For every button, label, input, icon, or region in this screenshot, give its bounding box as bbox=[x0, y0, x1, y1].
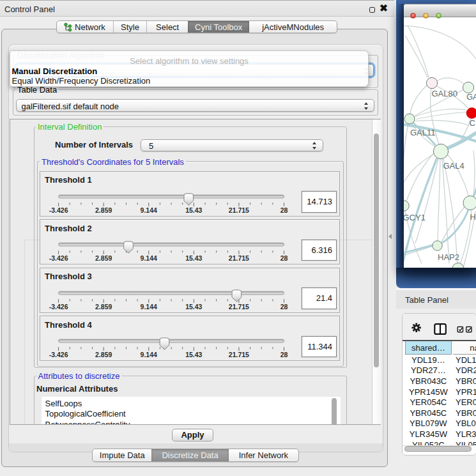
svg-text:28: 28 bbox=[280, 351, 288, 358]
svg-text:28: 28 bbox=[280, 254, 288, 262]
svg-text:15.43: 15.43 bbox=[185, 254, 202, 262]
svg-text:15.43: 15.43 bbox=[185, 303, 202, 311]
svg-text:2.859: 2.859 bbox=[95, 254, 112, 262]
svg-text:2.859: 2.859 bbox=[95, 303, 112, 311]
svg-text:28: 28 bbox=[280, 303, 288, 311]
svg-text:21.715: 21.715 bbox=[229, 254, 249, 262]
svg-text:GCY1: GCY1 bbox=[404, 213, 426, 222]
svg-text:GA: GA bbox=[466, 91, 476, 101]
svg-text:2.859: 2.859 bbox=[95, 351, 112, 358]
svg-text:-3.426: -3.426 bbox=[49, 206, 68, 214]
svg-text:GAL11: GAL11 bbox=[410, 128, 436, 137]
svg-text:21.715: 21.715 bbox=[229, 206, 249, 214]
svg-text:C: C bbox=[470, 118, 475, 128]
svg-text:15.43: 15.43 bbox=[185, 351, 202, 358]
svg-text:-3.426: -3.426 bbox=[49, 303, 68, 311]
svg-text:9.144: 9.144 bbox=[141, 254, 157, 262]
svg-text:GAL80: GAL80 bbox=[432, 89, 457, 98]
svg-text:9.144: 9.144 bbox=[141, 303, 157, 311]
svg-text:-3.426: -3.426 bbox=[49, 254, 68, 262]
svg-text:HAP2: HAP2 bbox=[438, 252, 459, 261]
svg-text:GAL4: GAL4 bbox=[443, 160, 464, 170]
svg-text:9.144: 9.144 bbox=[141, 206, 157, 214]
svg-text:H: H bbox=[470, 212, 476, 222]
svg-text:9.144: 9.144 bbox=[141, 351, 157, 358]
svg-text:28: 28 bbox=[280, 206, 288, 214]
svg-text:21.715: 21.715 bbox=[229, 303, 249, 311]
svg-text:2.859: 2.859 bbox=[95, 206, 112, 214]
svg-text:-3.426: -3.426 bbox=[49, 351, 68, 358]
svg-text:15.43: 15.43 bbox=[185, 206, 202, 214]
svg-text:21.715: 21.715 bbox=[229, 351, 249, 358]
